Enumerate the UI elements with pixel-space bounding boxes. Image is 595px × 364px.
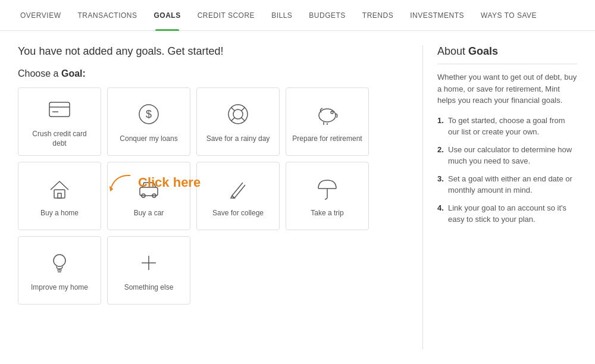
plus-icon [134,249,163,277]
about-title: About Goals [437,45,577,58]
life-ring-icon [224,100,252,128]
piggy-bank-icon [313,100,342,128]
nav-item-transactions[interactable]: TRANSACTIONS [69,0,145,31]
house-icon [45,174,74,203]
goal-card-retirement[interactable]: Prepare for retirement [286,87,369,156]
nav-item-bills[interactable]: BILLS [263,0,300,31]
goal-label-rainy-day: Save for a rainy day [206,134,270,144]
step-1: To get started, choose a goal from our l… [437,115,577,138]
svg-line-7 [231,107,235,111]
svg-line-10 [231,117,235,121]
goal-card-conquer-loans[interactable]: $Conquer my loans [107,87,190,156]
svg-point-11 [319,109,336,122]
about-intro: Whether you want to get out of debt, buy… [437,71,577,106]
svg-point-6 [233,109,243,119]
nav-item-goals[interactable]: GOALS [145,0,189,31]
svg-line-19 [234,185,245,198]
main-nav: OVERVIEWTRANSACTIONSGOALSCREDIT SCOREBIL… [0,0,595,31]
bulb-icon [45,249,74,277]
svg-text:$: $ [146,108,152,120]
goals-grid: Crush credit card debt$Conquer my loansS… [18,87,405,305]
main-content: You have not added any goals. Get starte… [0,31,595,364]
goal-label-buy-home: Buy a home [40,209,79,218]
step-2: Use our calculator to determine how much… [437,144,577,167]
goal-label-buy-car: Buy a car [134,209,164,218]
goal-card-something-else[interactable]: Something else [107,236,190,305]
umbrella-icon [313,174,342,203]
svg-line-8 [242,117,245,121]
nav-item-investments[interactable]: INVESTMENTS [402,0,472,31]
goal-label-improve-home: Improve my home [31,283,88,293]
dollar-circle-icon: $ [134,100,163,128]
goal-label-crush-credit: Crush credit card debt [24,130,95,148]
svg-point-22 [54,255,65,266]
pencil-icon [224,174,252,203]
step-3: Set a goal with either an end date or mo… [437,173,577,196]
step-4: Link your goal to an account so it's eas… [437,202,577,225]
about-divider [437,64,577,64]
goal-label-trip: Take a trip [311,209,343,218]
goal-card-rainy-day[interactable]: Save for a rainy day [196,87,280,156]
goal-label-something-else: Something else [124,283,174,293]
about-steps: To get started, choose a goal from our l… [437,115,577,225]
nav-item-budgets[interactable]: BUDGETS [300,0,354,31]
goal-card-buy-home[interactable]: Buy a home [18,162,101,230]
credit-card-icon [45,95,74,124]
goal-card-college[interactable]: Save for college [196,162,280,230]
right-panel: About Goals Whether you want to get out … [422,45,577,350]
goal-card-improve-home[interactable]: Improve my home [18,236,101,305]
svg-rect-0 [49,102,70,117]
goal-card-crush-credit[interactable]: Crush credit card debt [18,87,101,156]
goal-label-retirement: Prepare for retirement [292,134,362,144]
goal-label-conquer-loans: Conquer my loans [120,134,177,144]
svg-line-9 [242,107,245,111]
goal-card-trip[interactable]: Take a trip [286,162,369,230]
choose-goal-label: Choose a Goal: [18,68,405,79]
nav-item-trends[interactable]: TRENDS [354,0,402,31]
goal-card-buy-car[interactable]: Buy a car [107,162,190,230]
nav-item-ways-to-save[interactable]: WAYS TO SAVE [472,0,545,31]
no-goals-message: You have not added any goals. Get starte… [18,45,405,58]
svg-rect-13 [54,190,65,198]
car-icon [134,174,163,203]
svg-line-18 [232,183,243,196]
nav-item-overview[interactable]: OVERVIEW [12,0,69,31]
goal-label-college: Save for college [212,209,264,218]
left-panel: You have not added any goals. Get starte… [18,45,405,350]
svg-rect-14 [58,193,61,198]
nav-item-credit-score[interactable]: CREDIT SCORE [189,0,263,31]
svg-point-12 [331,111,333,114]
